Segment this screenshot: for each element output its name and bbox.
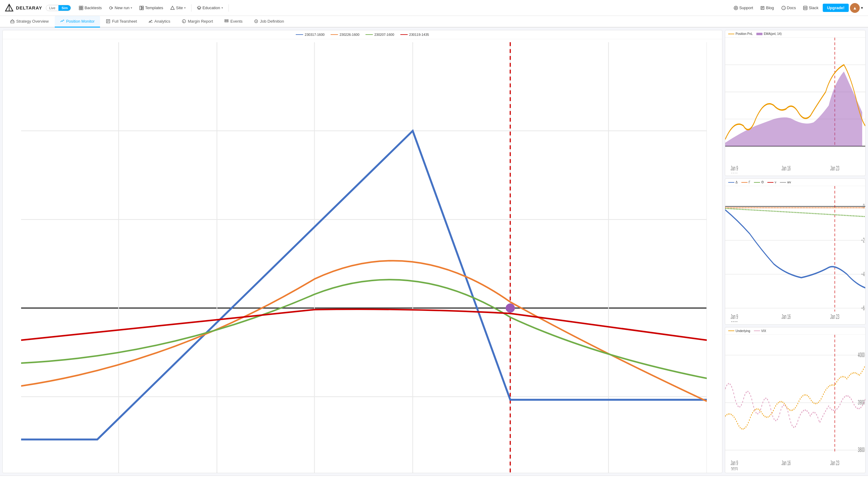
delta-label: Δ xyxy=(736,181,738,184)
tabs-bar: Strategy Overview Position Monitor Full … xyxy=(0,16,868,28)
main-content: 230317-1600 230226-1600 230207-1600 2301… xyxy=(0,28,868,476)
tab-full-tearsheet-label: Full Tearsheet xyxy=(112,19,137,24)
new-run-nav[interactable]: New run ▾ xyxy=(106,4,135,12)
education-label: Education xyxy=(203,5,220,10)
brand-name: DELTARAY xyxy=(16,5,42,10)
backtests-label: Backtests xyxy=(85,5,101,10)
svg-rect-8 xyxy=(142,6,144,8)
logo-icon xyxy=(5,4,13,12)
new-run-icon xyxy=(109,6,114,10)
main-chart-svg: 15k 10k 5k 0 −5k 3500 3600 3700 3800 390… xyxy=(21,42,707,473)
nav-divider-1 xyxy=(191,4,191,11)
svg-point-59 xyxy=(505,304,515,313)
legend-item-2: 230207-1600 xyxy=(366,33,394,36)
pnl-chart-svg: 600 400 200 0 Jan 9 2023 Jan 16 Jan 23 xyxy=(725,38,865,173)
bottom-bar: Position: 0 As Of: 2023-01-19 14:35:00 H… xyxy=(0,476,868,478)
svg-text:−4: −4 xyxy=(861,270,865,278)
logo-area: DELTARAY xyxy=(5,4,42,12)
svg-text:Jan 23: Jan 23 xyxy=(830,313,839,321)
svg-rect-23 xyxy=(11,21,14,23)
slack-nav[interactable]: Slack xyxy=(800,4,822,12)
svg-text:Jan 16: Jan 16 xyxy=(781,164,790,172)
svg-point-6 xyxy=(110,7,112,9)
upgrade-button[interactable]: Upgrade! xyxy=(823,4,849,12)
tab-job-definition-label: Job Definition xyxy=(260,19,284,24)
site-chevron: ▾ xyxy=(184,6,186,9)
live-mode-button[interactable]: Live xyxy=(46,5,58,11)
tab-strategy-overview[interactable]: Strategy Overview xyxy=(5,16,54,28)
greeks-chart-legend: Δ Γ Θ ν wv xyxy=(725,179,865,186)
tab-analytics[interactable]: Analytics xyxy=(143,16,176,28)
svg-text:4000: 4000 xyxy=(858,351,865,359)
theta-label: Θ xyxy=(761,181,764,184)
live-sim-toggle[interactable]: Live Sim xyxy=(46,5,71,11)
pnl-label: Position PnL xyxy=(736,32,753,35)
theta-indicator xyxy=(754,182,760,183)
svg-rect-7 xyxy=(140,6,141,10)
svg-text:Jan 23: Jan 23 xyxy=(830,164,839,172)
legend-line-2 xyxy=(366,34,373,35)
tearsheet-icon xyxy=(106,19,110,23)
greeks-legend-theta: Θ xyxy=(754,181,764,184)
tab-position-monitor[interactable]: Position Monitor xyxy=(55,16,100,28)
education-nav[interactable]: Education ▾ xyxy=(194,4,226,12)
blog-icon xyxy=(760,6,765,10)
svg-text:2023: 2023 xyxy=(731,320,738,322)
site-icon xyxy=(170,6,175,10)
svg-rect-4 xyxy=(79,8,81,10)
tab-job-definition[interactable]: Job Definition xyxy=(249,16,290,28)
job-icon xyxy=(254,19,258,23)
greeks-legend-wv: wv xyxy=(780,181,791,184)
vix-label: VIX xyxy=(761,329,766,333)
blog-nav[interactable]: Blog xyxy=(757,4,777,12)
svg-text:2023: 2023 xyxy=(731,171,738,173)
tab-events-label: Events xyxy=(230,19,243,24)
sim-mode-button[interactable]: Sim xyxy=(58,5,71,11)
legend-label-0: 230317-1600 xyxy=(305,33,324,36)
greeks-legend-delta: Δ xyxy=(728,181,738,184)
svg-rect-3 xyxy=(81,6,83,8)
docs-nav[interactable]: ? Docs xyxy=(778,4,799,12)
underlying-chart: Underlying VIX 4000 3900 3800 Jan 9 2023… xyxy=(725,327,866,473)
slack-icon xyxy=(803,6,807,10)
legend-item-1: 230226-1600 xyxy=(331,33,360,36)
svg-rect-31 xyxy=(225,20,228,21)
svg-text:3800: 3800 xyxy=(858,446,865,453)
tab-events[interactable]: Events xyxy=(219,16,248,28)
greeks-legend-gamma: Γ xyxy=(741,181,750,184)
nav-right: Support Blog ? Docs Slack Upgrade! ▲ ▾ xyxy=(731,3,863,13)
education-icon xyxy=(197,6,201,10)
pnl-chart-legend: Position PnL EMA(pnl, 14) xyxy=(725,30,865,38)
avatar[interactable]: ▲ xyxy=(850,3,860,13)
underlying-legend-underlying: Underlying xyxy=(728,329,750,333)
legend-line-3 xyxy=(400,34,408,35)
events-icon xyxy=(224,19,228,23)
svg-text:Jan 16: Jan 16 xyxy=(781,313,790,321)
main-chart-panel: 230317-1600 230226-1600 230207-1600 2301… xyxy=(2,30,722,473)
backtests-nav[interactable]: Backtests xyxy=(76,4,104,12)
slack-label: Slack xyxy=(809,5,818,10)
gamma-indicator xyxy=(741,182,747,183)
legend-line-0 xyxy=(296,34,303,35)
svg-text:2023: 2023 xyxy=(731,466,738,470)
right-panel: Position PnL EMA(pnl, 14) 600 400 200 0 xyxy=(725,30,866,473)
wv-indicator xyxy=(780,182,786,183)
site-nav[interactable]: Site ▾ xyxy=(167,4,188,12)
support-label: Support xyxy=(739,5,753,10)
new-run-label: New run xyxy=(115,5,129,10)
delta-indicator xyxy=(728,182,734,183)
svg-text:?: ? xyxy=(783,7,784,10)
main-chart-legend: 230317-1600 230226-1600 230207-1600 2301… xyxy=(3,30,722,39)
navbar: DELTARAY Live Sim Backtests New run ▾ Te… xyxy=(0,0,868,16)
support-nav[interactable]: Support xyxy=(731,4,756,12)
tab-margin-report[interactable]: $ Margin Report xyxy=(177,16,218,28)
ema-fill-indicator xyxy=(756,33,763,35)
svg-rect-2 xyxy=(79,6,81,8)
templates-nav[interactable]: Templates xyxy=(136,4,166,12)
svg-rect-5 xyxy=(81,8,83,10)
nav-divider-2 xyxy=(228,4,229,11)
tab-full-tearsheet[interactable]: Full Tearsheet xyxy=(101,16,142,28)
templates-label: Templates xyxy=(145,5,163,10)
greeks-chart: Δ Γ Θ ν wv xyxy=(725,178,866,324)
site-label: Site xyxy=(176,5,183,10)
